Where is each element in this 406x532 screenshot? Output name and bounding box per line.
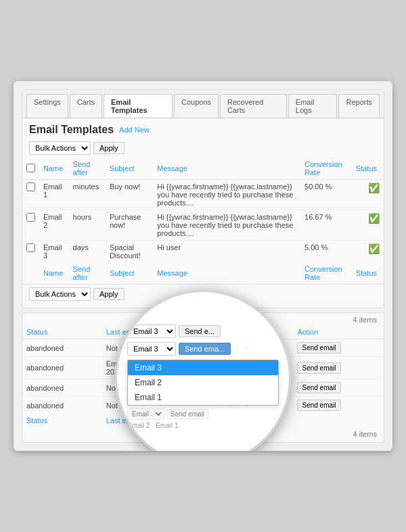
send-after: hours [69, 210, 106, 241]
magnifier-top-row: Email 3 Email 2 Email 1 Send e... [127, 324, 279, 338]
cart-status: abandoned [22, 339, 102, 357]
table-row: Email 1 minutes Buy now! Hi {{ywrac.firs… [22, 180, 384, 210]
email-templates-table: Name Send after Subject Message Conversi… [22, 158, 384, 285]
carts-panel: 4 items Status Last email sent Action ab… [22, 312, 384, 443]
tab-coupons[interactable]: Coupons [174, 94, 219, 118]
magnifier-email-select-mid[interactable]: Email 3 Email 2 Email 1 [127, 342, 176, 356]
subject: Spacial Discount! [106, 241, 153, 263]
add-new-button[interactable]: Add New [119, 126, 150, 134]
send-email-button[interactable]: Send email [297, 382, 340, 393]
row-checkbox[interactable] [26, 243, 35, 252]
table-row: Email 2 hours Purchase now! Hi {{ywrac.f… [22, 210, 384, 241]
magnifier-send-button-mid[interactable]: Send ema... [179, 343, 231, 355]
email-templates-panel: Settings Carts Email Templates Coupons R… [22, 89, 384, 308]
conv-rate: 50.00 % [300, 180, 352, 210]
bulk-actions-select[interactable]: Bulk Actions [29, 141, 91, 155]
status-check-icon: ✅ [368, 213, 380, 224]
magnifier-email-select-top[interactable]: Email 3 Email 2 Email 1 [127, 324, 176, 338]
cart-status: abandoned [22, 379, 102, 397]
email-name: Email 2 [39, 210, 69, 241]
footer-col-send: Send after [69, 262, 106, 285]
dropdown-option-email3[interactable]: Email 3 [128, 360, 278, 375]
ghost-row-2: Email 2 Email 1 [127, 422, 279, 429]
col-subject: Subject [106, 158, 153, 180]
tab-bar: Settings Carts Email Templates Coupons R… [22, 90, 384, 118]
tab-email-templates[interactable]: Email Templates [104, 94, 173, 118]
message: Hi {{ywrac.firstname}} {{ywrac.lastname}… [153, 180, 300, 210]
tab-recovered-carts[interactable]: Recovered Carts [220, 94, 287, 118]
footer-col-subject: Subject [106, 262, 153, 285]
table-row: Email 3 days Spacial Discount! Hi user 5… [22, 241, 384, 263]
magnifier-mid-row: Email 3 Email 2 Email 1 Send ema... [127, 342, 279, 356]
ghost-opt-email2: Email 2 [127, 422, 150, 429]
col-status: Status [352, 158, 384, 180]
row-checkbox[interactable] [26, 213, 35, 222]
ghost-row-1: Email 3 Send email [127, 408, 279, 420]
tab-carts[interactable]: Carts [70, 94, 102, 118]
col-message: Message [153, 158, 300, 180]
subject: Purchase now! [106, 210, 153, 241]
col-send-after: Send after [69, 158, 106, 180]
dropdown-option-email2[interactable]: Email 2 [128, 375, 278, 390]
message: Hi {{ywrac.firstname}} {{ywrac.lastname}… [153, 210, 300, 241]
tab-email-logs[interactable]: Email Logs [288, 94, 338, 118]
select-all-checkbox[interactable] [26, 164, 35, 172]
footer-col-message: Message [153, 262, 300, 285]
bottom-apply-button[interactable]: Apply [93, 288, 125, 300]
footer-col-conv: Conversion Rate [300, 262, 352, 285]
magnifier-content: Email 3 Email 2 Email 1 Send e... Email … [122, 319, 284, 437]
ghost-btn-1: Send email [166, 409, 208, 419]
send-after: days [69, 241, 106, 263]
page-title: Email Templates [29, 124, 114, 136]
send-email-button[interactable]: Send email [297, 400, 340, 411]
col-status: Status [22, 325, 102, 339]
send-after: minutes [69, 180, 106, 210]
tab-settings[interactable]: Settings [26, 94, 68, 118]
bulk-actions-row: Bulk Actions Apply [22, 139, 384, 158]
cart-status: abandoned [22, 357, 102, 379]
email-name: Email 1 [39, 180, 69, 210]
dropdown-option-email1[interactable]: Email 1 [128, 390, 278, 405]
col-conv-rate: Conversion Rate [300, 158, 352, 180]
magnifier-dropdown[interactable]: Email 3 Email 2 Email 1 [127, 360, 279, 406]
magnifier-ghost-rows: Email 3 Send email Email 2 Email 1 [127, 408, 279, 429]
conv-rate: 16.67 % [300, 210, 352, 241]
ghost-select-1: Email 3 [127, 408, 164, 420]
tab-reports[interactable]: Reports [338, 94, 380, 118]
bottom-bulk-select[interactable]: Bulk Actions [29, 287, 91, 301]
cart-status: abandoned [22, 397, 102, 414]
email-name: Email 3 [39, 241, 69, 263]
apply-button[interactable]: Apply [93, 142, 125, 154]
send-email-button[interactable]: Send email [297, 342, 340, 354]
message: Hi user [153, 241, 300, 263]
row-checkbox[interactable] [26, 183, 35, 191]
status-check-icon: ✅ [368, 183, 380, 193]
footer-col-name: Name [39, 262, 69, 285]
footer-status: Status [22, 414, 102, 427]
send-email-button[interactable]: Send email [297, 362, 340, 374]
footer-col-status: Status [352, 262, 384, 285]
col-action: Action [293, 325, 384, 339]
magnifier-send-button-top[interactable]: Send e... [179, 325, 221, 337]
subject: Buy now! [106, 180, 153, 210]
col-name: Name [39, 158, 69, 180]
ghost-opt-email1: Email 1 [156, 422, 178, 429]
conv-rate: 5.00 % [300, 241, 352, 263]
status-check-icon: ✅ [368, 243, 380, 254]
